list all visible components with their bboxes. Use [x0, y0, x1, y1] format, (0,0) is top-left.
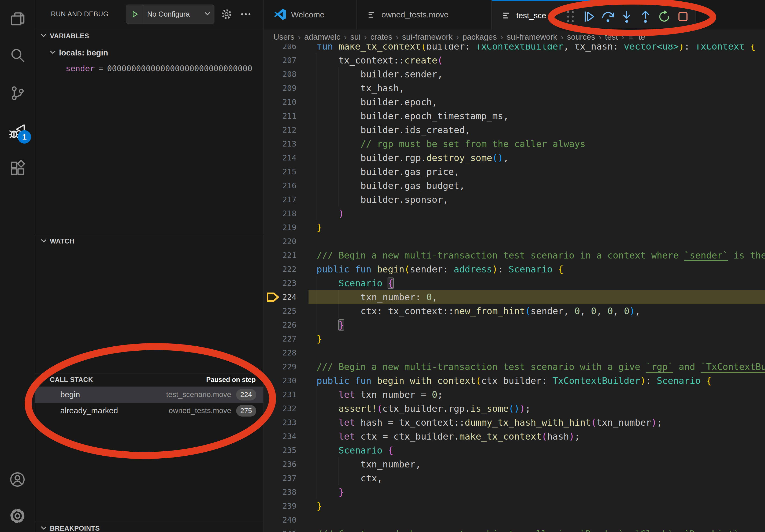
line-number[interactable]: 231 — [264, 390, 309, 399]
code-line-232[interactable]: 232assert!(ctx_builder.rgp.is_some()); — [264, 401, 765, 415]
code-line-225[interactable]: 225ctx: tx_context::new_from_hint(sender… — [264, 304, 765, 318]
step-over-button[interactable] — [600, 7, 616, 26]
account-icon[interactable] — [0, 463, 35, 496]
code-line-236[interactable]: 236txn_number, — [264, 457, 765, 471]
code-line-208[interactable]: 208builder.sender, — [264, 67, 765, 81]
line-number[interactable]: 221 — [264, 251, 309, 260]
extensions-icon[interactable] — [0, 152, 35, 184]
code-line-226[interactable]: 226} — [264, 318, 765, 332]
line-number[interactable]: 210 — [264, 98, 309, 107]
step-out-button[interactable] — [637, 7, 654, 26]
code-line-222[interactable]: 222public fun begin(sender: address): Sc… — [264, 262, 765, 276]
line-number[interactable]: 211 — [264, 112, 309, 121]
line-number[interactable]: 208 — [264, 70, 309, 79]
line-number[interactable]: 225 — [264, 306, 309, 316]
code-line-218[interactable]: 218) — [264, 206, 765, 220]
line-number[interactable]: 232 — [264, 404, 309, 413]
start-debug-icon[interactable] — [126, 5, 143, 24]
breadcrumb-item[interactable]: Users — [274, 32, 294, 42]
breadcrumb-item[interactable]: packages — [462, 32, 497, 42]
code-line-230[interactable]: 230public fun begin_with_context(ctx_bui… — [264, 374, 765, 388]
line-number[interactable]: 228 — [264, 348, 309, 357]
debug-settings-gear-icon[interactable] — [220, 8, 233, 21]
code-line-228[interactable]: 228 — [264, 346, 765, 360]
code-line-229[interactable]: 229/// Begin a new multi-transaction tes… — [264, 360, 765, 374]
continue-button[interactable] — [581, 7, 597, 26]
step-into-button[interactable] — [618, 7, 635, 26]
line-number[interactable]: 213 — [264, 139, 309, 148]
run-and-debug-icon[interactable]: 1 — [0, 115, 35, 147]
stop-button[interactable] — [675, 7, 691, 26]
line-number[interactable]: 207 — [264, 56, 309, 65]
code-line-213[interactable]: 213// rgp must be set from the caller al… — [264, 137, 765, 151]
line-number[interactable]: 214 — [264, 153, 309, 162]
toolbar-drag-handle-icon[interactable] — [562, 7, 579, 26]
variable-row[interactable]: sender = 0000000000000000000000000000000… — [35, 61, 263, 76]
code-line-216[interactable]: 216builder.gas_budget, — [264, 179, 765, 193]
watch-section-header[interactable]: WATCH — [35, 235, 263, 247]
code-line-224[interactable]: 224txn_number: 0, — [264, 290, 765, 304]
code-line-234[interactable]: 234let ctx = ctx_builder.make_tx_context… — [264, 429, 765, 443]
code-line-239[interactable]: 239} — [264, 499, 765, 513]
search-icon[interactable] — [0, 40, 35, 72]
line-number[interactable]: 215 — [264, 167, 309, 176]
breadcrumb-item[interactable]: sui-framework — [402, 32, 452, 42]
breadcrumb-item[interactable]: sources — [567, 32, 595, 42]
code-line-211[interactable]: 211builder.epoch_timestamp_ms, — [264, 109, 765, 123]
explorer-icon[interactable] — [0, 3, 35, 35]
line-number[interactable]: 236 — [264, 460, 309, 469]
stack-frame-row[interactable]: begin test_scenario.move 224 — [35, 387, 263, 402]
code-line-215[interactable]: 215builder.gas_price, — [264, 165, 765, 179]
line-number[interactable]: 229 — [264, 362, 309, 371]
code-line-210[interactable]: 210builder.epoch, — [264, 95, 765, 109]
line-number[interactable]: 227 — [264, 334, 309, 344]
breadcrumb-item[interactable]: sui-framework — [506, 32, 557, 42]
breadcrumb-item[interactable]: sui — [350, 32, 361, 42]
line-number[interactable]: 240 — [264, 515, 309, 524]
launch-config-dropdown[interactable]: No Configura — [126, 5, 215, 24]
line-number[interactable]: 230 — [264, 376, 309, 385]
code-line-214[interactable]: 214builder.rgp.destroy_some(), — [264, 151, 765, 165]
line-number[interactable]: 226 — [264, 320, 309, 330]
code-line-237[interactable]: 237ctx, — [264, 471, 765, 485]
code-line-241[interactable]: 241/// Creates and shares system objects… — [264, 527, 765, 532]
code-line-209[interactable]: 209tx_hash, — [264, 81, 765, 95]
breadcrumb-item[interactable]: test — [605, 32, 618, 42]
code-line-207[interactable]: 207tx_context::create( — [264, 53, 765, 67]
line-number[interactable]: 223 — [264, 279, 309, 288]
code-line-217[interactable]: 217builder.sponsor, — [264, 193, 765, 206]
code-line-221[interactable]: 221/// Begin a new multi-transaction tes… — [264, 248, 765, 262]
line-number[interactable]: 220 — [264, 237, 309, 246]
source-control-icon[interactable] — [0, 77, 35, 109]
line-number[interactable]: 235 — [264, 446, 309, 455]
tab-welcome[interactable]: Welcome — [264, 0, 357, 30]
line-number[interactable]: 218 — [264, 209, 309, 218]
line-number[interactable]: 209 — [264, 84, 309, 93]
settings-gear-icon[interactable] — [0, 500, 35, 532]
more-actions-icon[interactable] — [239, 8, 253, 21]
call-stack-section-header[interactable]: CALL STACK Paused on step — [35, 373, 263, 386]
line-number[interactable]: 216 — [264, 181, 309, 190]
code-line-227[interactable]: 227} — [264, 332, 765, 346]
breadcrumb[interactable]: Users › adamwelc › sui › crates › sui-fr… — [264, 30, 765, 45]
breadcrumb-item[interactable]: crates — [371, 32, 392, 42]
code-line-220[interactable]: 220 — [264, 234, 765, 248]
code-line-240[interactable]: 240 — [264, 513, 765, 527]
breadcrumb-item[interactable]: adamwelc — [304, 32, 341, 42]
line-number[interactable]: 222 — [264, 265, 309, 274]
tab-owned-tests[interactable]: owned_tests.move — [357, 0, 491, 30]
code-line-231[interactable]: 231let txn_number = 0; — [264, 388, 765, 401]
line-number[interactable]: 219 — [264, 223, 309, 232]
line-number[interactable]: 237 — [264, 474, 309, 483]
breadcrumb-item[interactable]: te — [628, 32, 645, 42]
code-line-233[interactable]: 233let hash = tx_context::dummy_tx_hash_… — [264, 415, 765, 429]
code-line-212[interactable]: 212builder.ids_created, — [264, 123, 765, 137]
code-line-238[interactable]: 238} — [264, 485, 765, 499]
breakpoints-section-header[interactable]: BREAKPOINTS — [35, 522, 263, 532]
line-number[interactable]: 233 — [264, 418, 309, 427]
line-number[interactable]: 217 — [264, 195, 309, 204]
line-number[interactable]: 238 — [264, 487, 309, 497]
stack-frame-row[interactable]: already_marked owned_tests.move 275 — [35, 402, 263, 419]
variables-scope-row[interactable]: locals: begin — [35, 45, 263, 61]
line-number[interactable]: 239 — [264, 501, 309, 511]
